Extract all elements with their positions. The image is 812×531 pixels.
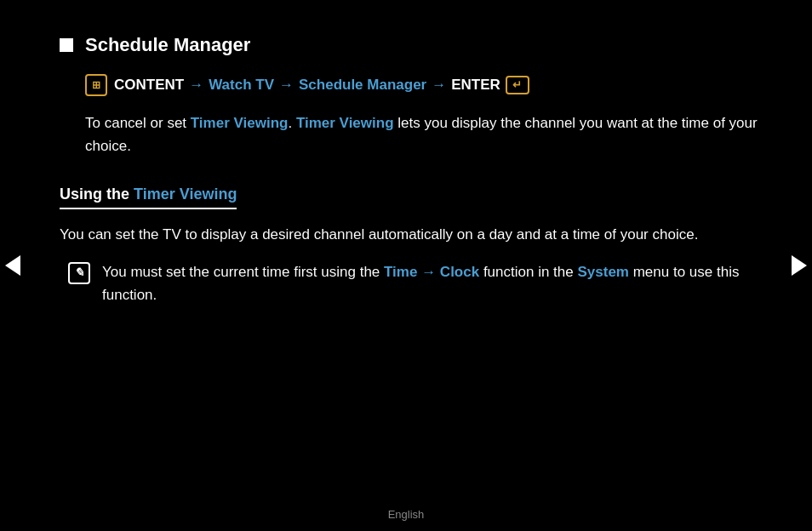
clock-label: Clock <box>440 264 479 280</box>
system-label: System <box>577 264 628 280</box>
subsection: Using the Timer Viewing You can set the … <box>60 183 761 306</box>
prev-arrow-icon <box>5 255 20 276</box>
note-text-middle: function in the <box>479 264 577 280</box>
note-text: You must set the current time first usin… <box>102 260 761 306</box>
note-text-prefix: You must set the current time first usin… <box>102 264 384 280</box>
next-button[interactable] <box>786 248 812 283</box>
schedule-manager-label: Schedule Manager <box>299 74 426 96</box>
content-icon: ⊞ <box>85 74 107 96</box>
nav-arrow-3: → <box>432 74 446 96</box>
prev-button[interactable] <box>0 248 26 283</box>
main-content: Schedule Manager ⊞ CONTENT → Watch TV → … <box>0 0 812 323</box>
enter-icon: ↵ <box>506 76 529 94</box>
section-header: Schedule Manager <box>60 31 761 59</box>
description-prefix: To cancel or set <box>85 115 191 131</box>
footer-language: English <box>388 506 425 523</box>
enter-label: ENTER <box>451 74 500 96</box>
subsection-title: Using the Timer Viewing <box>60 183 237 209</box>
nav-path: ⊞ CONTENT → Watch TV → Schedule Manager … <box>85 74 761 96</box>
time-label: Time <box>384 264 417 280</box>
description-block: To cancel or set Timer Viewing. Timer Vi… <box>85 111 761 157</box>
subsection-title-prefix: Using the <box>60 186 134 203</box>
timer-viewing-link-1: Timer Viewing <box>191 115 289 131</box>
next-arrow-icon <box>792 255 807 276</box>
note-block: ✎ You must set the current time first us… <box>68 260 761 306</box>
square-icon <box>60 38 73 52</box>
timer-viewing-link-2: Timer Viewing <box>296 115 394 131</box>
note-arrow: → <box>417 264 439 280</box>
note-icon: ✎ <box>68 262 90 284</box>
content-label: CONTENT <box>114 74 184 96</box>
description-separator: . <box>288 115 292 131</box>
watch-tv-label: Watch TV <box>209 74 274 96</box>
subsection-title-highlight: Timer Viewing <box>134 186 237 203</box>
nav-arrow-2: → <box>279 74 294 96</box>
subsection-body: You can set the TV to display a desired … <box>60 223 761 246</box>
nav-arrow-1: → <box>189 74 203 96</box>
section-title: Schedule Manager <box>85 31 250 59</box>
